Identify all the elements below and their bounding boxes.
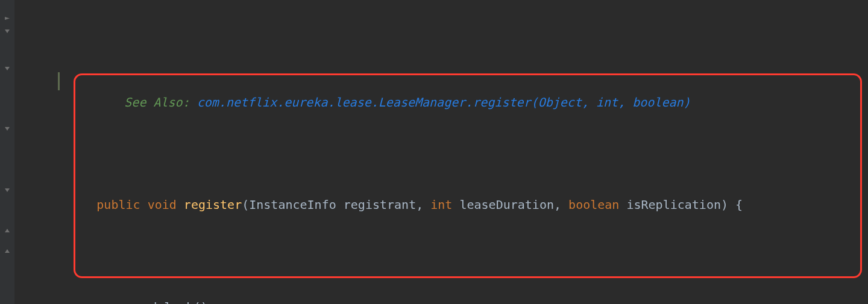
fold-handle-icon[interactable]: [4, 228, 10, 234]
param1-name: registrant: [344, 197, 416, 212]
param3-name: isReplication: [626, 197, 721, 212]
param2-name: leaseDuration: [459, 197, 554, 212]
keyword-int: int: [430, 197, 452, 212]
open-paren: (: [242, 197, 249, 212]
stmt-read-lock: read.lock();: [128, 300, 215, 304]
doc-tag-label: See Also:: [124, 95, 189, 110]
fold-handle-icon[interactable]: [4, 16, 10, 22]
gutter: [0, 0, 14, 304]
code-area[interactable]: See Also: com.netflix.eureka.lease.Lease…: [14, 0, 868, 304]
method-name: register: [184, 197, 242, 212]
fold-column: [4, 0, 10, 304]
keyword-public: public: [96, 197, 140, 212]
fold-handle-icon[interactable]: [4, 65, 10, 71]
fold-handle-icon[interactable]: [4, 187, 10, 193]
keyword-void: void: [148, 197, 177, 212]
fold-handle-icon[interactable]: [4, 28, 10, 34]
keyword-boolean: boolean: [568, 197, 619, 212]
comma: ,: [416, 197, 430, 212]
fold-handle-icon[interactable]: [4, 249, 10, 255]
code-editor[interactable]: See Also: com.netflix.eureka.lease.Lease…: [0, 0, 868, 304]
doc-see-also-link[interactable]: com.netflix.eureka.lease.LeaseManager.re…: [197, 95, 691, 110]
fold-handle-icon[interactable]: [4, 125, 10, 131]
close-and-brace: ) {: [721, 197, 743, 212]
param1-type: InstanceInfo: [249, 197, 336, 212]
doc-indent-bar: [58, 72, 60, 90]
comma: ,: [554, 197, 568, 212]
